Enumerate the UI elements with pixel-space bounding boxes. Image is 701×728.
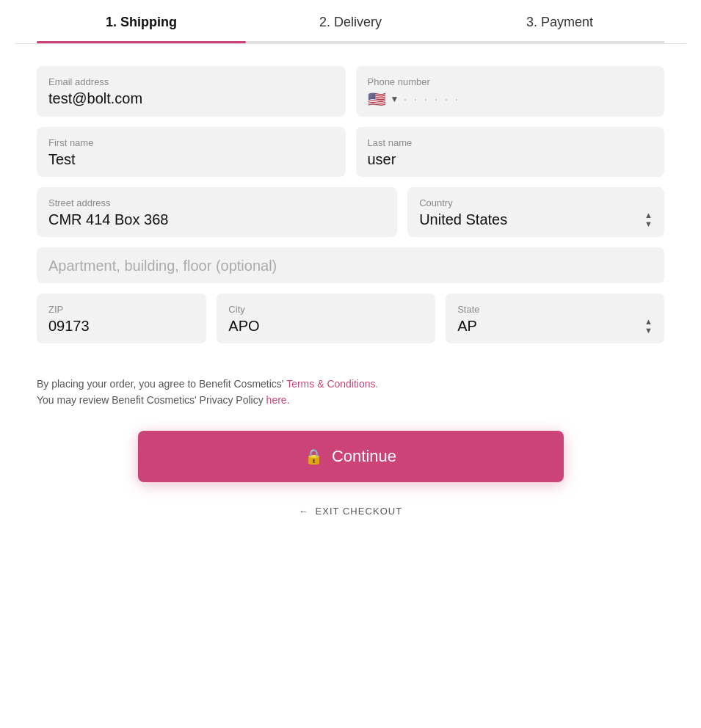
form-area: Email address test@bolt.com Phone number…: [15, 44, 686, 368]
phone-dropdown-arrow-icon[interactable]: ▼: [391, 94, 399, 104]
zip-value: 09173: [48, 318, 195, 335]
row-name: First name Test Last name user: [37, 127, 664, 177]
row-email-phone: Email address test@bolt.com Phone number…: [37, 66, 664, 117]
state-field[interactable]: State AP ▲ ▼: [446, 294, 664, 343]
state-label: State: [457, 304, 653, 315]
city-field[interactable]: City APO: [217, 294, 435, 343]
country-label: Country: [419, 197, 653, 208]
row-apt: [37, 247, 664, 283]
row-zip-city-state: ZIP 09173 City APO State AP ▲ ▼: [37, 294, 664, 343]
phone-flag-icon: 🇺🇸: [368, 90, 386, 108]
state-value: AP: [457, 318, 477, 335]
email-value: test@bolt.com: [48, 90, 334, 107]
phone-field[interactable]: Phone number 🇺🇸 ▼ · · · · · ·: [356, 66, 665, 117]
phone-field-inner: 🇺🇸 ▼ · · · · · ·: [368, 90, 653, 108]
legal-text-1: By placing your order, you agree to Bene…: [37, 378, 284, 390]
row-street-country: Street address CMR 414 Box 368 Country U…: [37, 187, 664, 237]
apt-field[interactable]: [37, 247, 664, 283]
legal-text: By placing your order, you agree to Bene…: [15, 368, 686, 423]
email-field[interactable]: Email address test@bolt.com: [37, 66, 346, 117]
phone-label: Phone number: [368, 76, 653, 87]
country-value: United States: [419, 211, 507, 228]
lock-icon: 🔒: [305, 448, 323, 465]
last-name-field[interactable]: Last name user: [356, 127, 665, 177]
legal-text-2: You may review Benefit Cosmetics' Privac…: [37, 394, 264, 406]
exit-checkout: ← EXIT CHECKOUT: [15, 497, 686, 539]
country-select-inner: United States ▲ ▼: [419, 211, 653, 228]
step-shipping[interactable]: 1. Shipping: [37, 15, 246, 43]
terms-link[interactable]: Terms & Conditions.: [286, 378, 378, 390]
zip-field[interactable]: ZIP 09173: [37, 294, 206, 343]
step-delivery[interactable]: 2. Delivery: [246, 15, 455, 43]
exit-checkout-link[interactable]: ← EXIT CHECKOUT: [299, 506, 402, 517]
steps-header: 1. Shipping 2. Delivery 3. Payment: [15, 0, 686, 44]
last-name-value: user: [368, 151, 653, 168]
city-value: APO: [228, 318, 424, 335]
phone-number-display: · · · · · ·: [403, 92, 460, 107]
state-select-inner: AP ▲ ▼: [457, 318, 653, 335]
email-label: Email address: [48, 76, 334, 87]
progress-bar-container: [37, 41, 664, 43]
continue-button[interactable]: 🔒 Continue: [138, 431, 564, 482]
continue-button-label: Continue: [332, 447, 396, 466]
street-value: CMR 414 Box 368: [48, 211, 385, 228]
step-payment[interactable]: 3. Payment: [455, 15, 664, 43]
first-name-label: First name: [48, 137, 334, 148]
zip-label: ZIP: [48, 304, 195, 315]
exit-arrow-icon: ←: [299, 506, 309, 517]
street-field[interactable]: Street address CMR 414 Box 368: [37, 187, 397, 237]
exit-checkout-label: EXIT CHECKOUT: [315, 506, 402, 517]
country-field[interactable]: Country United States ▲ ▼: [407, 187, 664, 237]
country-sort-arrows-icon[interactable]: ▲ ▼: [644, 211, 653, 228]
city-label: City: [228, 304, 424, 315]
first-name-field[interactable]: First name Test: [37, 127, 346, 177]
street-label: Street address: [48, 197, 385, 208]
state-sort-arrows-icon[interactable]: ▲ ▼: [644, 318, 653, 335]
apt-input[interactable]: [48, 258, 653, 274]
continue-button-wrap: 🔒 Continue: [15, 423, 686, 497]
last-name-label: Last name: [368, 137, 653, 148]
first-name-value: Test: [48, 151, 334, 168]
privacy-link[interactable]: here.: [266, 394, 290, 406]
progress-bar-fill: [37, 41, 246, 43]
